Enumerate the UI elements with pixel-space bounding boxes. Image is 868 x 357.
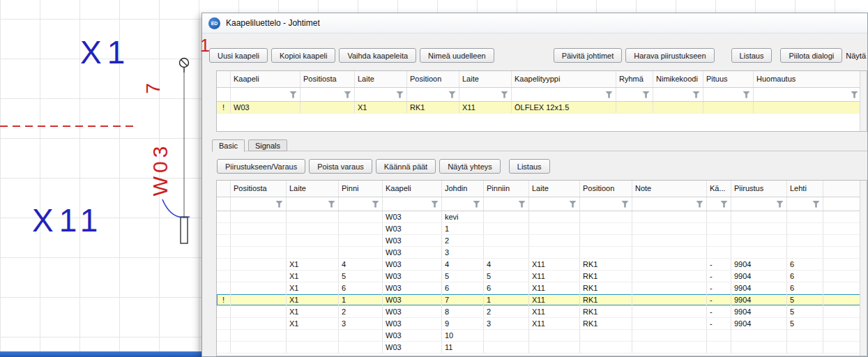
table-row[interactable]: !W03X1RK1X11ÖLFLEX 12x1.5 [217,102,867,114]
table-row[interactable]: !X11W0371X11RK1-99045 [217,294,867,306]
column-header[interactable]: Laite [287,181,339,197]
filter-funnel-icon[interactable] [396,91,404,98]
column-header[interactable]: Laite [355,71,407,87]
filter-funnel-icon[interactable] [569,201,577,208]
filter-cell[interactable] [442,197,484,211]
dialog-titlebar[interactable]: ED Kaapeliluettelo - Johtimet [202,13,867,33]
table-row[interactable]: X15W0355X11RK1-99046 [217,271,867,282]
filter-funnel-icon[interactable] [448,91,456,98]
column-header[interactable]: Lehti [787,181,823,197]
filter-cell[interactable] [754,88,862,101]
column-header[interactable]: Johdin [442,181,484,197]
show-connection-button[interactable]: Näytä yhteys [439,159,501,174]
column-header[interactable]: Positiosta [300,71,355,87]
rake-to-drawing-button[interactable]: Harava piirustukseen [625,48,714,63]
filter-cell[interactable] [707,197,731,211]
listing-button[interactable]: Listaus [731,48,772,63]
filter-funnel-icon[interactable] [851,91,858,98]
filter-cell[interactable] [512,88,616,101]
filter-cell[interactable] [653,88,703,101]
filter-cell[interactable] [703,88,754,101]
filter-funnel-icon[interactable] [328,201,335,208]
swap-cables-button[interactable]: Vaihda kaapeleita [339,48,416,63]
to-drawing-reserve-button[interactable]: Piirustukseen/Varaus [217,159,305,174]
column-header[interactable]: Nimikekoodi [653,71,703,87]
column-header[interactable]: Positioon [580,181,632,197]
column-header[interactable]: Pinni [339,181,383,197]
column-header[interactable]: Positiosta [231,181,287,197]
rename-button[interactable]: Nimeä uudelleen [420,48,494,63]
filter-cell[interactable] [287,197,339,211]
table-row[interactable]: X13W0393X11RK1-99045 [217,318,867,330]
new-cable-button[interactable]: Uusi kaapeli [209,48,268,63]
table-row[interactable]: W032 [217,235,867,247]
filter-funnel-icon[interactable] [743,91,750,98]
filter-cell[interactable] [787,197,823,211]
table-row[interactable]: X16W0366X11RK1-99046 [217,282,867,294]
filter-funnel-icon[interactable] [518,201,526,208]
update-wires-button[interactable]: Päivitä johtimet [554,48,623,63]
filter-cell[interactable] [339,197,383,211]
filter-funnel-icon[interactable] [473,201,480,208]
column-header[interactable]: Pinniin [484,181,529,197]
tab-signals[interactable]: Signals [248,139,287,151]
filter-cell[interactable] [231,88,300,101]
flip-ends-button[interactable]: Käännä päät [376,159,436,174]
column-header[interactable]: Laite [459,71,512,87]
hide-dialog-button[interactable]: Piilota dialogi [780,48,842,63]
table-row[interactable]: X14W0344X11RK1-99046 [217,259,867,271]
column-header[interactable]: Kaapelityyppi [512,71,616,87]
filter-cell[interactable] [616,88,653,101]
table-row[interactable]: W033 [217,247,867,259]
column-header[interactable]: Pituus [703,71,754,87]
table-row[interactable]: W0311 [217,342,867,354]
tab-basic[interactable]: Basic [212,139,245,152]
filter-funnel-icon[interactable] [621,201,629,208]
remove-reserve-button[interactable]: Poista varaus [309,159,372,174]
filter-funnel-icon[interactable] [720,201,728,208]
column-header[interactable]: Positioon [407,71,459,87]
table-row[interactable]: W03kevi [217,211,867,223]
filter-cell[interactable] [731,197,787,211]
filter-cell[interactable] [383,197,442,211]
filter-funnel-icon[interactable] [372,201,379,208]
filter-cell[interactable] [300,88,355,101]
filter-funnel-icon[interactable] [696,201,703,208]
filter-funnel-icon[interactable] [605,91,613,98]
taskbar[interactable] [0,351,202,357]
filter-funnel-icon[interactable] [289,91,297,98]
column-header[interactable]: Huomautus [754,71,862,87]
column-header[interactable]: Ryhmä [616,71,653,87]
filter-cell[interactable] [459,88,512,101]
column-header[interactable]: Note [632,181,707,197]
filter-funnel-icon[interactable] [431,201,439,208]
filter-funnel-icon[interactable] [344,91,351,98]
copy-cable-button[interactable]: Kopioi kaapeli [271,48,336,63]
filter-cell[interactable] [632,197,707,211]
filter-funnel-icon[interactable] [776,201,784,208]
filter-cell[interactable] [407,88,459,101]
filter-funnel-icon[interactable] [275,201,283,208]
filter-cell[interactable] [231,197,287,211]
column-header[interactable]: Kaapeli [383,181,442,197]
filter-funnel-icon[interactable] [642,91,650,98]
table-row[interactable]: W0310 [217,330,867,342]
column-header[interactable]: Piirustus [731,181,787,197]
filter-cell[interactable] [580,197,632,211]
filter-cell[interactable] [355,88,407,101]
table-row[interactable]: X12W0382X11RK1-99045 [217,306,867,318]
filter-funnel-icon[interactable] [692,91,700,98]
filter-funnel-icon[interactable] [812,201,820,208]
listing2-button[interactable]: Listaus [509,159,550,174]
filter-cell[interactable] [484,197,529,211]
table-row[interactable]: W031 [217,223,867,235]
column-header[interactable]: Kaapeli [231,71,300,87]
cell: X11 [529,306,580,317]
filter-cell[interactable] [529,197,580,211]
column-header[interactable]: Kä... [707,181,731,197]
cables-grid-scrollbar[interactable] [860,71,867,131]
column-header[interactable]: Laite [529,181,580,197]
wires-grid-scrollbar[interactable] [860,181,867,356]
filter-funnel-icon[interactable] [501,91,508,98]
cell [707,342,731,353]
